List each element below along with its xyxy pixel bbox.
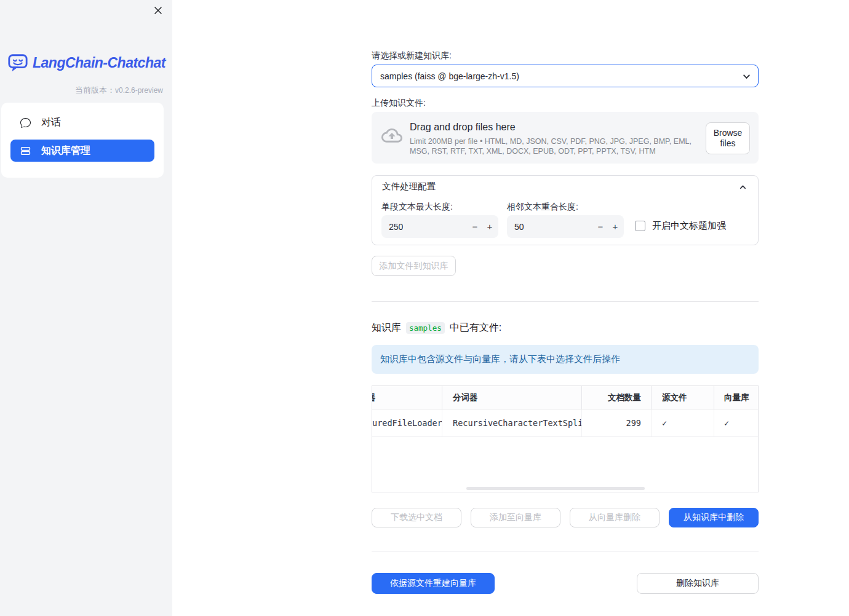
plus-stepper-button[interactable]: + — [608, 215, 623, 238]
sidebar-item-knowledge-base[interactable]: 知识库管理 — [10, 140, 154, 162]
zh-title-checkbox-row: 开启中文标题加强 — [635, 220, 726, 232]
chatchat-logo-icon — [7, 52, 28, 73]
cell-doc-count: 299 — [582, 409, 652, 436]
version-value: v0.2.6-preview — [115, 86, 163, 95]
plus-stepper-button[interactable]: + — [482, 215, 497, 238]
file-config-expander: 文件处理配置 单段文本最大长度: 相邻文本重合长度: 250 − + 50 − … — [372, 175, 759, 245]
minus-stepper-button[interactable]: − — [468, 215, 482, 238]
upload-label: 上传知识文件: — [372, 98, 426, 109]
rebuild-vector-store-button[interactable]: 依据源文件重建向量库 — [372, 573, 495, 594]
delete-from-vector-store-button[interactable]: 从向量库删除 — [570, 508, 660, 527]
kb-name-code: samples — [406, 322, 445, 334]
chunk-overlap-input[interactable]: 50 − + — [507, 215, 624, 238]
cell-loader: uredFileLoader — [372, 409, 442, 436]
chat-bubble-icon — [20, 117, 31, 128]
chevron-up-icon — [739, 183, 747, 191]
main-content: 请选择或新建知识库: samples (faiss @ bge-large-zh… — [372, 0, 759, 616]
version-text: 当前版本：v0.2.6-preview — [75, 85, 163, 96]
sidebar-item-label: 对话 — [41, 116, 61, 129]
kb-select[interactable]: samples (faiss @ bge-large-zh-v1.5) — [372, 65, 759, 87]
table-header-splitter: 分词器 — [442, 386, 582, 409]
kb-files-table[interactable]: 器 分词器 文档数量 源文件 向量库 uredFileLoader Recurs… — [372, 385, 759, 492]
chunk-size-input[interactable]: 250 − + — [381, 215, 498, 238]
close-icon — [153, 6, 163, 15]
chunk-size-label: 单段文本最大长度: — [381, 202, 453, 213]
uploader-limit-text: Limit 200MB per file • HTML, MD, JSON, C… — [410, 136, 704, 156]
table-header-row: 器 分词器 文档数量 源文件 向量库 — [372, 386, 758, 409]
cell-source-file-check: ✓ — [652, 409, 714, 436]
kb-select-value: samples (faiss @ bge-large-zh-v1.5) — [380, 71, 519, 81]
delete-from-kb-button[interactable]: 从知识库中删除 — [669, 508, 759, 527]
chunk-overlap-label: 相邻文本重合长度: — [507, 202, 578, 213]
uploader-title: Drag and drop files here — [410, 122, 704, 133]
zh-title-checkbox[interactable] — [635, 221, 645, 231]
sidebar: LangChain-Chatchat 当前版本：v0.2.6-preview 对… — [0, 0, 172, 616]
download-selected-button[interactable]: 下载选中文档 — [372, 508, 461, 527]
hdd-stack-icon — [20, 146, 31, 156]
kb-files-suffix: 中已有文件: — [450, 322, 501, 334]
delete-kb-button[interactable]: 删除知识库 — [637, 573, 759, 594]
expander-title: 文件处理配置 — [382, 181, 436, 192]
table-header-source-file: 源文件 — [652, 386, 714, 409]
table-header-vector-store: 向量库 — [714, 386, 757, 409]
app-logo: LangChain-Chatchat — [7, 52, 165, 73]
divider — [372, 551, 759, 551]
chevron-down-icon — [742, 72, 751, 81]
app-window: LangChain-Chatchat 当前版本：v0.2.6-preview 对… — [0, 0, 849, 616]
app-title: LangChain-Chatchat — [33, 55, 165, 71]
table-header-doc-count: 文档数量 — [582, 386, 652, 409]
divider — [372, 301, 759, 302]
kb-files-heading: 知识库 samples 中已有文件: — [372, 322, 501, 334]
cloud-upload-icon — [381, 128, 402, 144]
info-alert: 知识库中包含源文件与向量库，请从下表中选择文件后操作 — [372, 345, 759, 374]
add-to-vector-store-button[interactable]: 添加至向量库 — [471, 508, 560, 527]
info-alert-text: 知识库中包含源文件与向量库，请从下表中选择文件后操作 — [380, 353, 620, 365]
uploader-text: Drag and drop files here Limit 200MB per… — [410, 122, 704, 156]
chunk-overlap-value: 50 — [514, 222, 524, 232]
sidebar-close-button[interactable] — [152, 4, 164, 17]
browse-files-button[interactable]: Browse files — [706, 122, 750, 154]
file-uploader-dropzone[interactable]: Drag and drop files here Limit 200MB per… — [372, 112, 759, 164]
add-files-to-kb-button[interactable]: 添加文件到知识库 — [372, 256, 456, 276]
table-horizontal-scrollbar[interactable] — [466, 487, 645, 490]
kb-files-prefix: 知识库 — [372, 322, 401, 334]
cell-vector-store-check: ✓ — [714, 409, 757, 436]
minus-stepper-button[interactable]: − — [593, 215, 608, 238]
chunk-size-value: 250 — [389, 222, 403, 232]
version-label: 当前版本： — [75, 85, 115, 95]
expander-header[interactable]: 文件处理配置 — [372, 176, 758, 197]
cell-splitter: RecursiveCharacterTextSplitter — [442, 409, 582, 436]
sidebar-item-label: 知识库管理 — [41, 144, 90, 157]
sidebar-item-chat[interactable]: 对话 — [10, 111, 154, 133]
zh-title-checkbox-label: 开启中文标题加强 — [652, 220, 726, 232]
table-header-loader: 器 — [372, 386, 442, 409]
table-row[interactable]: uredFileLoader RecursiveCharacterTextSpl… — [372, 409, 758, 437]
kb-select-label: 请选择或新建知识库: — [372, 50, 452, 61]
sidebar-menu: 对话 知识库管理 — [1, 103, 164, 178]
